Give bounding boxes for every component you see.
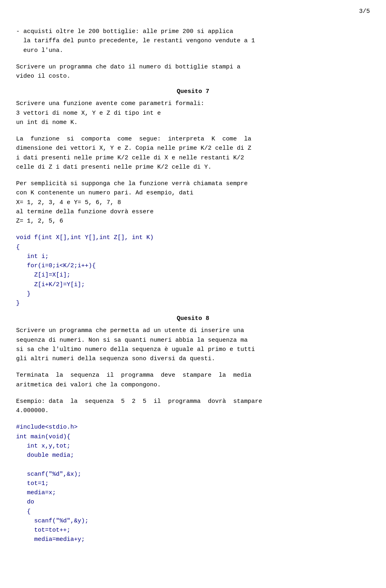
quesito8-title: Quesito 8 [16,315,370,322]
quesito7-p3: Per semplicità si supponga che la funzio… [16,179,370,226]
quesito8-text3: Esempio: data la sequenza 5 2 5 il progr… [16,397,370,416]
intro-task-text: Scrivere un programma che dato il numero… [16,62,370,81]
code2-line-1: #include<stdio.h> [16,423,370,432]
quesito8-p3: Esempio: data la sequenza 5 2 5 il progr… [16,397,370,416]
code-line-3: int i; [16,252,370,261]
quesito7-title: Quesito 7 [16,88,370,95]
code-block-1: void f(int X[],int Y[],int Z[], int K) {… [16,233,370,308]
code2-line-6: tot=1; [16,479,370,488]
quesito8-text1: Scrivere un programma che permetta ad un… [16,326,370,363]
code-line-6: Z[i+K/2]=Y[i]; [16,280,370,289]
quesito8-p2: Terminata la sequenza il programma deve … [16,371,370,390]
code2-line-10: scanf("%d",&y); [16,516,370,526]
code2-line-4: double media; [16,451,370,460]
code2-line-12: media=media+y; [16,535,370,544]
quesito7-text1: Scrivere una funzione avente come parame… [16,99,370,127]
code-line-5: Z[i]=X[i]; [16,270,370,280]
quesito7-p2: La funzione si comporta come segue: inte… [16,134,370,172]
code-line-4: for(i=0;i<K/2;i++){ [16,261,370,270]
intro-task: Scrivere un programma che dato il numero… [16,62,370,81]
code-line-1: void f(int X[],int Y[],int Z[], int K) [16,233,370,242]
code2-line-9: { [16,507,370,516]
code2-line-11: tot=tot++; [16,526,370,535]
quesito7-text2: La funzione si comporta come segue: inte… [16,134,370,172]
code-line-2: { [16,243,370,252]
code2-line-5: scanf("%d",&x); [16,470,370,479]
quesito7-p1: Scrivere una funzione avente come parame… [16,99,370,127]
quesito8-p1: Scrivere un programma che permetta ad un… [16,326,370,363]
intro-section: - acquisti oltre le 200 bottiglie: alle … [16,27,370,55]
code2-blank-1 [16,460,370,469]
page-number: 3/5 [16,8,370,15]
intro-bullets: - acquisti oltre le 200 bottiglie: alle … [16,27,370,55]
quesito8-text2: Terminata la sequenza il programma deve … [16,371,370,390]
code2-line-7: media=x; [16,488,370,497]
quesito7-text3: Per semplicità si supponga che la funzio… [16,179,370,226]
code-line-8: } [16,299,370,308]
code2-line-8: do [16,497,370,507]
code2-line-3: int x,y,tot; [16,442,370,451]
code-line-7: } [16,289,370,299]
code2-line-2: int main(void){ [16,432,370,442]
code-block-2: #include<stdio.h> int main(void){ int x,… [16,423,370,544]
